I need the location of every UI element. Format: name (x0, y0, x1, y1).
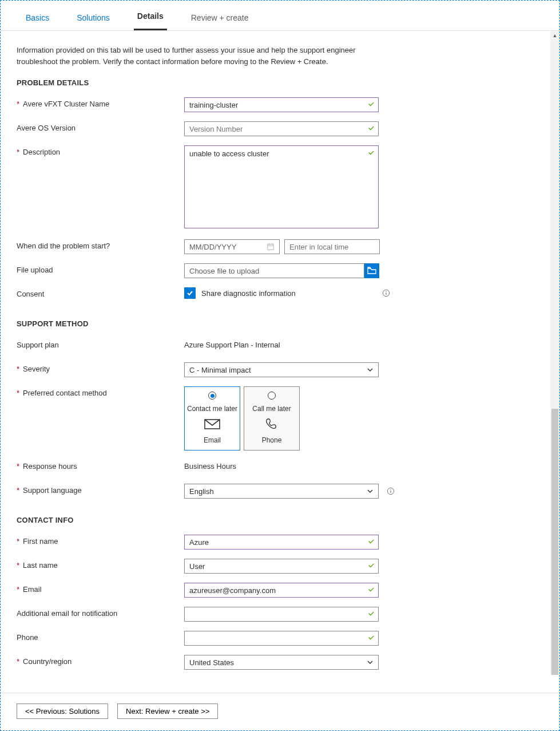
previous-button[interactable]: << Previous: Solutions (17, 704, 108, 719)
chevron-down-icon (367, 488, 374, 495)
svg-point-5 (386, 291, 386, 292)
file-browse-button[interactable] (364, 263, 379, 278)
support-plan-label: Support plan (17, 341, 59, 349)
severity-label: Severity (23, 365, 50, 373)
when-label: When did the problem start? (17, 242, 110, 250)
description-label: Description (23, 148, 60, 156)
card-phone-bottom: Phone (262, 436, 282, 444)
required-marker: * (17, 537, 19, 546)
required-marker: * (17, 561, 19, 570)
country-select[interactable]: United States (184, 655, 379, 670)
support-language-label: Support language (23, 486, 82, 495)
tab-solutions[interactable]: Solutions (73, 5, 113, 30)
time-input[interactable] (284, 239, 380, 254)
description-textarea[interactable]: unable to access cluster (184, 145, 379, 228)
scrollbar-thumb[interactable] (551, 409, 558, 675)
severity-select[interactable]: C - Minimal impact (184, 362, 379, 377)
support-language-select[interactable]: English (184, 484, 379, 499)
country-label: Country/region (23, 657, 72, 666)
additional-email-label: Additional email for notification (17, 609, 117, 618)
phone-input[interactable] (184, 631, 379, 646)
svg-point-9 (390, 489, 391, 490)
last-name-input[interactable] (184, 559, 379, 574)
required-marker: * (17, 389, 19, 397)
cluster-name-label: Avere vFXT Cluster Name (23, 100, 109, 108)
card-phone-top: Call me later (252, 405, 291, 413)
radio-email (208, 392, 216, 400)
mail-icon (204, 417, 221, 431)
first-name-input[interactable] (184, 535, 379, 550)
consent-label: Consent (17, 290, 44, 298)
os-version-input[interactable] (184, 121, 379, 136)
contact-method-label: Preferred contact method (23, 389, 107, 397)
email-input[interactable] (184, 583, 379, 598)
scroll-up-arrow[interactable]: ▲ (550, 31, 559, 40)
phone-icon (263, 417, 280, 431)
tab-bar: Basics Solutions Details Review + create (1, 1, 559, 31)
calendar-icon (267, 243, 275, 251)
chevron-down-icon (367, 659, 374, 666)
required-marker: * (17, 100, 19, 108)
email-label: Email (23, 585, 42, 594)
vertical-scrollbar[interactable]: ▲ ▼ (550, 31, 559, 675)
support-plan-value: Azure Support Plan - Internal (184, 338, 280, 349)
tab-basics[interactable]: Basics (22, 5, 53, 30)
contact-method-email-card[interactable]: Contact me later Email (184, 386, 240, 451)
consent-checkbox[interactable] (184, 287, 196, 299)
contact-method-phone-card[interactable]: Call me later Phone (244, 386, 300, 451)
phone-label: Phone (17, 633, 38, 642)
required-marker: * (17, 148, 19, 156)
response-hours-value: Business Hours (184, 460, 236, 471)
card-email-top: Contact me later (187, 405, 237, 413)
required-marker: * (17, 657, 19, 666)
next-button[interactable]: Next: Review + create >> (117, 704, 218, 719)
file-upload-input[interactable]: Choose file to upload (184, 263, 364, 278)
response-hours-label: Response hours (23, 462, 77, 471)
svg-rect-0 (268, 244, 274, 250)
card-email-bottom: Email (204, 436, 221, 444)
required-marker: * (17, 585, 19, 594)
tab-details[interactable]: Details (134, 3, 167, 30)
date-input[interactable]: MM/DD/YYYY (184, 239, 280, 254)
radio-phone (268, 392, 276, 400)
required-marker: * (17, 365, 19, 373)
tab-review-create[interactable]: Review + create (188, 5, 252, 30)
last-name-label: Last name (23, 561, 58, 570)
intro-text: Information provided on this tab will be… (17, 45, 371, 67)
section-contact-info: CONTACT INFO (17, 516, 543, 524)
folder-icon (367, 267, 376, 275)
os-version-label: Avere OS Version (17, 124, 76, 132)
required-marker: * (17, 486, 19, 495)
additional-email-input[interactable] (184, 607, 379, 622)
info-icon[interactable] (387, 487, 395, 495)
form-scroll-area: Information provided on this tab will be… (1, 31, 559, 675)
cluster-name-input[interactable] (184, 97, 379, 112)
consent-checkbox-label: Share diagnostic information (201, 289, 296, 298)
file-upload-label: File upload (17, 266, 53, 274)
first-name-label: First name (23, 537, 58, 546)
footer-nav: << Previous: Solutions Next: Review + cr… (1, 693, 559, 730)
info-icon[interactable] (382, 289, 390, 297)
section-support-method: SUPPORT METHOD (17, 319, 543, 328)
chevron-down-icon (367, 366, 374, 373)
required-marker: * (17, 462, 19, 471)
section-problem-details: PROBLEM DETAILS (17, 78, 543, 87)
